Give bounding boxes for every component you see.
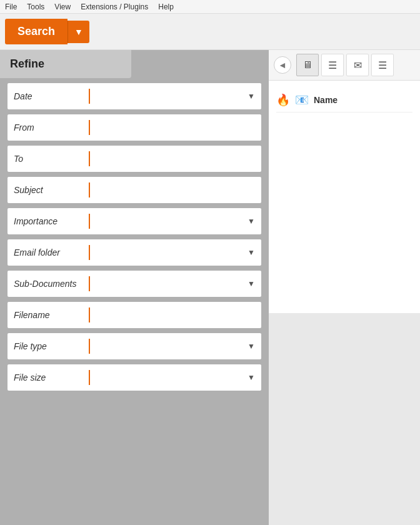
field-divider-0	[89, 89, 90, 104]
laptop-icon: 🖥	[302, 59, 312, 71]
field-input-file-type[interactable]	[95, 342, 248, 351]
menu-bar: File Tools View Extensions / Plugins Hel…	[0, 0, 420, 14]
field-row-from: From	[8, 114, 261, 141]
field-row-file-type: File type▼	[8, 333, 261, 359]
field-input-file-size[interactable]	[95, 373, 248, 382]
field-label-4: Importance	[14, 216, 89, 226]
menu-tools[interactable]: Tools	[27, 2, 44, 11]
field-divider-1	[89, 120, 90, 135]
field-divider-5	[89, 245, 90, 260]
field-divider-7	[89, 308, 90, 322]
envelope-view-button[interactable]: ✉	[346, 54, 369, 76]
field-input-email-folder[interactable]	[95, 248, 248, 258]
dropdown-arrow-4[interactable]: ▼	[248, 217, 255, 226]
laptop-view-button[interactable]: 🖥	[296, 54, 319, 76]
list-icon: ☰	[328, 59, 337, 71]
field-row-to: To	[8, 146, 261, 172]
field-label-8: File type	[14, 341, 89, 351]
field-label-0: Date	[14, 91, 89, 101]
field-divider-8	[89, 339, 90, 354]
field-divider-3	[89, 182, 90, 198]
field-input-from[interactable]	[95, 123, 255, 132]
field-divider-9	[89, 370, 90, 385]
field-label-2: To	[14, 154, 89, 164]
field-divider-6	[89, 276, 90, 291]
field-divider-4	[89, 214, 90, 229]
right-panel: ◄ 🖥 ☰ ✉ ☰ 🔥 📧 Name	[269, 50, 420, 525]
field-label-7: Filename	[14, 310, 89, 320]
email-file-icon: 📧	[295, 93, 309, 107]
field-label-3: Subject	[14, 185, 89, 195]
right-lower-area	[269, 313, 420, 526]
field-label-5: Email folder	[14, 248, 89, 258]
dropdown-arrow-6[interactable]: ▼	[248, 279, 255, 288]
field-input-importance[interactable]	[95, 217, 248, 226]
right-content: 🔥 📧 Name	[269, 81, 420, 313]
chevron-down-icon: ▼	[74, 27, 83, 37]
search-button[interactable]: Search	[5, 19, 68, 44]
field-row-file-size: File size▼	[8, 364, 261, 391]
back-arrow-icon: ◄	[278, 60, 287, 70]
dropdown-arrow-9[interactable]: ▼	[248, 373, 255, 382]
field-row-sub-documents: Sub-Documents▼	[8, 271, 261, 297]
list-view-button[interactable]: ☰	[321, 54, 344, 76]
field-row-subject: Subject	[8, 177, 261, 203]
menu-extensions[interactable]: Extensions / Plugins	[81, 2, 148, 11]
field-input-sub-documents[interactable]	[95, 279, 248, 289]
extra-button[interactable]: ☰	[371, 54, 394, 76]
field-row-date: Date▼	[8, 83, 261, 109]
name-column-header: Name	[314, 95, 338, 105]
fire-icon: 🔥	[276, 93, 290, 107]
field-label-9: File size	[14, 372, 89, 382]
envelope-icon: ✉	[354, 59, 362, 71]
extra-icon: ☰	[378, 59, 387, 71]
refine-fields: Date▼FromToSubjectImportance▼Email folde…	[0, 78, 269, 396]
refine-header: Refine	[0, 50, 131, 78]
field-label-1: From	[14, 122, 89, 132]
menu-view[interactable]: View	[54, 2, 71, 11]
dropdown-arrow-0[interactable]: ▼	[248, 92, 255, 101]
menu-file[interactable]: File	[5, 2, 17, 11]
field-row-email-folder: Email folder▼	[8, 239, 261, 266]
field-row-importance: Importance▼	[8, 208, 261, 234]
field-label-6: Sub-Documents	[14, 279, 89, 289]
dropdown-arrow-8[interactable]: ▼	[248, 342, 255, 351]
search-dropdown-button[interactable]: ▼	[68, 21, 89, 43]
field-divider-2	[89, 151, 90, 166]
refine-panel: Refine Date▼FromToSubjectImportance▼Emai…	[0, 50, 269, 525]
menu-help[interactable]: Help	[158, 2, 174, 11]
main-content: Refine Date▼FromToSubjectImportance▼Emai…	[0, 50, 420, 525]
right-toolbar: ◄ 🖥 ☰ ✉ ☰	[269, 50, 420, 81]
field-input-subject[interactable]	[95, 186, 255, 195]
name-row: 🔥 📧 Name	[276, 88, 412, 112]
field-input-to[interactable]	[95, 154, 255, 164]
field-input-date[interactable]	[95, 92, 248, 101]
field-input-filename[interactable]	[95, 311, 255, 320]
back-button[interactable]: ◄	[274, 56, 291, 74]
dropdown-arrow-5[interactable]: ▼	[248, 248, 255, 257]
search-toolbar: Search ▼	[0, 14, 420, 50]
field-row-filename: Filename	[8, 302, 261, 328]
